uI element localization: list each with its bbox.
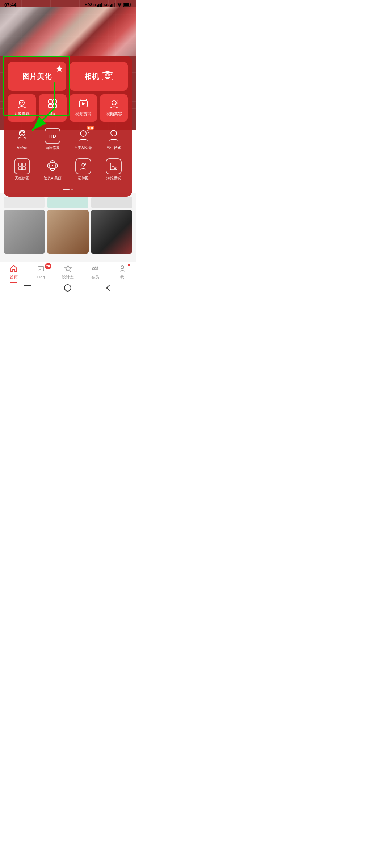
plog-badge: 20: [45, 263, 51, 269]
portrait-beauty-button[interactable]: 人像美容: [8, 94, 36, 122]
small-buttons-row: 人像美容 拼图: [8, 94, 128, 122]
nav-design-label: 设计室: [62, 275, 74, 280]
content-row-1: [4, 197, 132, 208]
collage-icon: [48, 99, 57, 110]
bottom-navigation: 首页 Plog 20 设计室 会员: [0, 262, 136, 282]
video-edit-icon: [79, 99, 88, 110]
svg-point-39: [82, 163, 85, 166]
dior-ai-button[interactable]: 迪奥AI美妍: [38, 156, 67, 184]
ai-draw-icon: [15, 128, 29, 144]
status-icons: HD2 G 5G: [85, 3, 131, 8]
back-button[interactable]: [103, 284, 113, 292]
system-nav-bar: [0, 282, 136, 294]
dot-active: [63, 189, 70, 190]
id-photo-label: 证件照: [78, 176, 89, 181]
svg-rect-21: [49, 104, 52, 108]
id-photo-button[interactable]: 证件照: [69, 156, 97, 184]
function-panel: 图片美化 相机: [4, 56, 132, 197]
video-beauty-button[interactable]: 视频美容: [100, 94, 128, 122]
svg-rect-32: [19, 163, 22, 166]
status-time: 07:44: [4, 2, 16, 8]
male-edit-icon-wrap: [106, 128, 122, 144]
ai-draw-button[interactable]: AI绘画: [8, 125, 36, 153]
network-type: HD2: [85, 3, 92, 7]
svg-point-43: [114, 167, 116, 169]
camera-label: 相机: [84, 72, 99, 81]
nav-vip[interactable]: 会员: [86, 265, 104, 280]
seamless-collage-label: 无缝拼图: [15, 176, 29, 181]
svg-rect-3: [101, 3, 102, 7]
home-icon: [10, 265, 17, 273]
svg-point-18: [22, 102, 23, 103]
signal-bars-2-icon: [110, 3, 115, 8]
photo-beautify-label: 图片美化: [22, 72, 51, 81]
male-edit-icon: [106, 128, 121, 144]
video-edit-button[interactable]: 视频剪辑: [70, 94, 97, 122]
poster-template-icon-wrap: [106, 158, 122, 174]
dior-ai-icon: [45, 158, 60, 174]
male-edit-button[interactable]: 男生轻修: [100, 125, 128, 153]
seamless-collage-icon-wrap: [14, 158, 30, 174]
plog-icon: [37, 265, 45, 274]
content-img-3: [91, 210, 132, 254]
portrait-beauty-icon: [17, 99, 26, 110]
ai-draw-icon-wrap: [14, 128, 30, 144]
signal-g-icon: G: [93, 3, 96, 7]
ai-avatar-button[interactable]: Hot 百变AI头像: [69, 125, 97, 153]
ai-avatar-icon-wrap: [75, 128, 91, 144]
svg-rect-0: [97, 5, 98, 7]
photo-beautify-button[interactable]: 图片美化: [8, 62, 66, 91]
nav-plog[interactable]: Plog 20: [32, 265, 50, 279]
video-beauty-icon: [109, 99, 119, 110]
poster-template-button[interactable]: 海报模板: [100, 156, 128, 184]
me-icon: [119, 265, 126, 273]
svg-point-13: [105, 74, 110, 79]
camera-button[interactable]: 相机: [70, 62, 128, 91]
big-buttons-row: 图片美化 相机: [8, 62, 128, 91]
content-block-1: [4, 197, 45, 208]
svg-point-31: [111, 130, 117, 136]
seamless-collage-icon: [14, 158, 30, 174]
nav-home-label: 首页: [10, 275, 18, 280]
hot-badge: Hot: [87, 126, 94, 130]
content-block-2: [47, 197, 88, 208]
dior-ai-icon-wrap: [45, 158, 60, 174]
nav-design[interactable]: 设计室: [59, 265, 77, 280]
nav-plog-label: Plog: [37, 275, 45, 279]
menu-button[interactable]: [22, 284, 33, 292]
svg-rect-35: [22, 167, 25, 170]
nav-home[interactable]: 首页: [5, 265, 23, 280]
collage-label: 拼图: [49, 111, 56, 117]
video-beauty-label: 视频美容: [106, 111, 122, 117]
svg-rect-5: [111, 4, 112, 7]
dior-ai-label: 迪奥AI美妍: [44, 176, 62, 181]
svg-point-16: [19, 100, 24, 105]
nav-home-indicator: [10, 282, 17, 283]
home-button[interactable]: [63, 284, 73, 292]
svg-point-29: [23, 132, 24, 133]
content-img-2: [47, 210, 88, 254]
svg-point-26: [112, 101, 116, 105]
dot-2: [71, 189, 73, 190]
ai-draw-label: AI绘画: [17, 145, 27, 150]
seamless-collage-button[interactable]: 无缝拼图: [8, 156, 36, 184]
nav-me-label: 我: [120, 275, 124, 280]
collage-button[interactable]: 拼图: [39, 94, 67, 122]
svg-point-30: [80, 131, 86, 136]
nav-me[interactable]: 我: [113, 265, 131, 280]
features-grid: AI绘画 HD 画质修复 Hot: [8, 125, 128, 184]
male-edit-label: 男生轻修: [106, 145, 121, 150]
hd-restore-button[interactable]: HD 画质修复: [38, 125, 67, 153]
svg-point-8: [119, 6, 120, 7]
nav-vip-label: 会员: [91, 275, 99, 280]
content-images-row: [4, 210, 132, 254]
vip-icon: [92, 265, 99, 273]
design-icon: [64, 265, 72, 273]
svg-point-17: [20, 102, 21, 103]
svg-rect-19: [49, 100, 52, 103]
svg-rect-1: [98, 4, 100, 7]
content-below: [0, 193, 136, 266]
svg-point-48: [121, 266, 124, 269]
svg-rect-7: [114, 3, 115, 7]
svg-point-52: [64, 285, 71, 291]
